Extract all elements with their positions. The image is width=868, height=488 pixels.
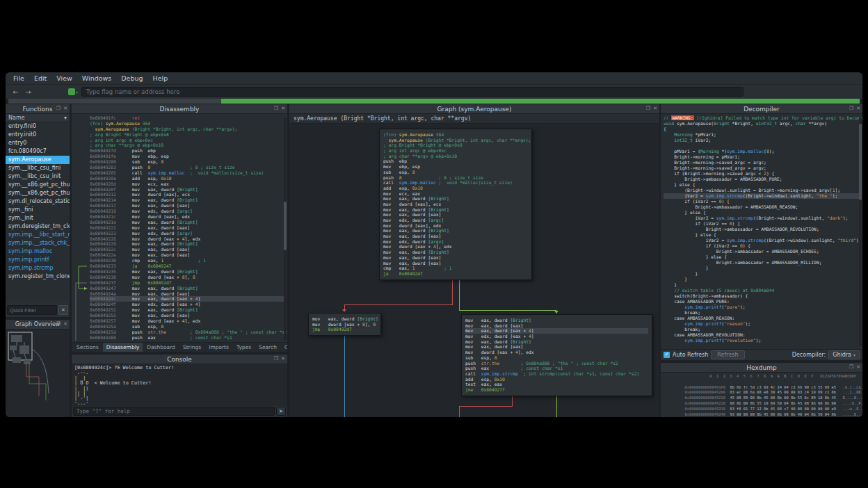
decompiler-line[interactable]: Morning *pMVar1; [664, 132, 861, 138]
graph-node-line[interactable]: ; arg Bright *Bright @ ebp+0x8 [383, 143, 528, 148]
decompiler-line[interactable]: // switch table (5 cases) at 0x804a044 [664, 288, 861, 293]
decompiler-line[interactable]: switch(Bright->ambassador) { [664, 293, 861, 299]
disassembly-line[interactable]: 0x08049257 mov dword [eax + 4], edx [90, 318, 286, 324]
decompiler-line[interactable]: if (Bright->morning->saved_argc < 2) { [664, 171, 861, 177]
disassembly-line[interactable]: 0x080491fc ret [90, 115, 286, 121]
disassembly-line[interactable]: 0x08049260 push eax ; const char *s1 [90, 335, 286, 341]
graph-node-line[interactable]: mov eax, dword [Bright] [465, 339, 648, 345]
decompiler-line[interactable]: case AMBASSADOR_REASON: [664, 316, 861, 321]
decompiler-line[interactable]: Bright->ambassador = AMBASSADOR_REVOLUTI… [664, 227, 861, 232]
disassembly-line[interactable]: 0x0804924c mov eax, dword [eax + 4] [90, 296, 286, 302]
decompiler-line[interactable]: (Bright->window).sunlight = Bright->morn… [664, 188, 861, 193]
graph-node-line[interactable]: jne 0x804927f [465, 387, 648, 393]
graph-node-false-branch[interactable]: mov eax, dword [Bright]mov dword [eax + … [308, 313, 381, 336]
auto-refresh-checkbox[interactable]: ✓ [664, 352, 670, 358]
console-send-icon[interactable]: ➤ [276, 407, 286, 416]
decompiler-scrollbar[interactable] [859, 117, 862, 346]
decompiler-line[interactable]: pMVar1 = (Morning *)sym.imp.malloc(8); [664, 149, 861, 154]
decompiler-view[interactable]: // WARNING: [r2ghidra] Failed to match t… [661, 114, 862, 349]
disassembly-line[interactable]: ; arg Bright *Bright @ ebp+0x8 [90, 132, 286, 138]
graph-node-line[interactable]: mov eax, dword [eax + 4] [465, 328, 648, 334]
graph-node-entry[interactable]: (fcn) sym.Aeropause 364 sym.Aeropause (B… [379, 129, 532, 280]
back-arrow-icon[interactable]: ← [11, 88, 20, 96]
disassembly-line[interactable]: 0x0804924f mov edx, dword [eax + 4] [90, 302, 286, 307]
graph-node-line[interactable]: mov dword [eax + 8], 0 [312, 322, 377, 327]
graph-node-line[interactable]: mov edx, dword [argc] [383, 218, 528, 223]
hexdump-view[interactable]: 0 1 2 3 4 5 6 7 8 9 A B C D E F 01234567… [661, 373, 862, 417]
graph-node-line[interactable]: mov eax, dword [eax] [383, 234, 528, 239]
close-icon[interactable]: ✕ [63, 104, 67, 113]
disassembly-line[interactable]: 0x08049219 mov edx, dword [argc] [90, 209, 286, 214]
disassembly-line[interactable]: 0x0804923f jmp 0x80492d7 [90, 280, 286, 286]
graph-node-line[interactable]: mov eax, dword [Bright] [383, 196, 528, 202]
functions-column-header[interactable]: Name ▾ [6, 114, 70, 122]
decompiler-line[interactable]: } else { [664, 210, 861, 215]
float-icon[interactable]: ❐ [56, 104, 61, 113]
decompiler-line[interactable]: if (iVar2 == 0) { [664, 199, 861, 204]
decompiler-line[interactable]: Bright->ambassador = AMBASSADOR_REASON; [664, 204, 861, 210]
decompiler-line[interactable]: iVar2 = sym.imp.strcmp((Bright->window).… [664, 238, 861, 243]
decompiler-line[interactable]: int32_t iVar2; [664, 138, 861, 143]
menu-item[interactable]: File [8, 73, 29, 83]
disassembly-line[interactable]: (fcn) sym.Aeropause 364 [90, 121, 286, 127]
decompiler-line[interactable]: sym.imp.printf("revolution"); [664, 338, 861, 343]
disassembly-line[interactable]: sym.Aeropause (Bright *Bright, int argc,… [90, 127, 286, 132]
graph-node-line[interactable]: push ebp [383, 158, 528, 164]
hexdump-row[interactable]: 0x00000000080491F0 8b 6b fc 5d c3 8d 4c … [662, 380, 861, 385]
graph-node-line[interactable]: mov eax, dword [Bright] [383, 250, 528, 255]
decompiler-line[interactable]: void sym.Aeropause(Bright *Bright, uint3… [664, 121, 861, 127]
graph-node-line[interactable]: test eax, eax [465, 382, 648, 387]
seek-bar[interactable] [8, 99, 860, 104]
decompiler-line[interactable]: break; [664, 327, 861, 332]
function-list-item[interactable]: sym.register_tm_clones [6, 273, 70, 281]
disassembly-line[interactable]: 0x0804924a mov eax, dword [eax] [90, 291, 286, 297]
graph-node-line[interactable]: add esp, 0x10 [465, 377, 648, 382]
float-icon[interactable]: ❐ [56, 320, 61, 329]
disassembly-line[interactable]: 0x08049223 mov edx, dword [argv] [90, 231, 286, 236]
disassembly-line[interactable]: 0x08049229 mov eax, dword [Bright] [90, 241, 286, 247]
function-list-item[interactable]: sym.Aeropause [6, 156, 70, 164]
disassembly-line[interactable]: 0x08049238 mov dword [eax + 8], 0 [90, 275, 286, 280]
close-icon[interactable]: ✕ [653, 104, 657, 113]
function-list-item[interactable]: fcn.080490c7 [6, 147, 70, 156]
decompiler-line[interactable]: iVar2 = sym.imp.strcmp((Bright->window).… [664, 193, 861, 199]
float-icon[interactable]: ❐ [849, 363, 853, 372]
function-list-item[interactable]: sym.__x86.get_pc_thunk.bx [6, 189, 70, 197]
decompiler-line[interactable]: } else { [664, 182, 861, 188]
graph-node-line[interactable]: ja 0x8049247 [383, 271, 528, 277]
graph-node-line[interactable]: mov eax, dword [Bright] [383, 228, 528, 234]
disassembly-line[interactable]: 0x0804925a sub esp, 8 [90, 324, 286, 330]
graph-node-true-branch[interactable]: mov eax, dword [Bright]mov eax, dword [e… [461, 314, 652, 396]
disassembly-line[interactable]: 0x08049221 mov eax, dword [eax] [90, 225, 286, 231]
disassembly-line[interactable]: 0x08049214 mov eax, dword [Bright] [90, 197, 286, 203]
graph-node-line[interactable]: mov eax, dword [Bright] [312, 316, 377, 322]
graph-node-line[interactable]: mov eax, dword [eax] [465, 323, 648, 329]
function-list-item[interactable]: sym.imp.__stack_chk_fail [6, 239, 70, 247]
decompiler-line[interactable]: Bright->morning = pMVar1; [664, 154, 861, 160]
function-list-item[interactable]: sym.__libc_csu_init [6, 172, 70, 181]
disassembly-line[interactable]: 0x08049230 cmp eax, 1 ; 1 [90, 258, 286, 263]
close-icon[interactable]: ✕ [856, 363, 860, 372]
disassembly-line[interactable]: 0x0804925d push str.the ; 0x804a008 ; "t… [90, 330, 286, 335]
omnibar-input[interactable] [81, 87, 744, 97]
tasks-button[interactable]: ▾ [68, 88, 78, 95]
graph-node-line[interactable]: mov dword [eax], edx [383, 223, 528, 229]
view-tab[interactable]: Search [255, 343, 280, 352]
float-icon[interactable]: ❐ [274, 104, 278, 113]
disassembly-line[interactable]: 0x08049252 mov eax, dword [Bright] [90, 307, 286, 313]
view-tab[interactable]: Disassembly [103, 343, 143, 352]
disassembly-line[interactable]: ; arg int argc @ ebp+0xc [90, 138, 286, 143]
close-icon[interactable]: ✕ [281, 355, 285, 364]
view-tab[interactable]: Sections [73, 343, 102, 352]
decompiler-line[interactable]: } [664, 266, 861, 271]
float-icon[interactable]: ❐ [274, 355, 278, 364]
graph-node-line[interactable]: mov edx, dword [argv] [383, 239, 528, 245]
view-tab[interactable]: Dashboard [143, 343, 179, 352]
graph-canvas[interactable]: (fcn) sym.Aeropause 364 sym.Aeropause (B… [289, 124, 659, 417]
forward-arrow-icon[interactable]: → [24, 88, 33, 96]
disassembly-scrollbar[interactable] [284, 118, 287, 341]
disassembly-line[interactable]: 0x08049255 mov eax, dword [eax] [90, 313, 286, 318]
decompiler-line[interactable] [664, 143, 861, 149]
decompiler-line[interactable]: } else { [664, 232, 861, 238]
graph-node-line[interactable]: jmp 0x80492d7 [312, 327, 377, 332]
